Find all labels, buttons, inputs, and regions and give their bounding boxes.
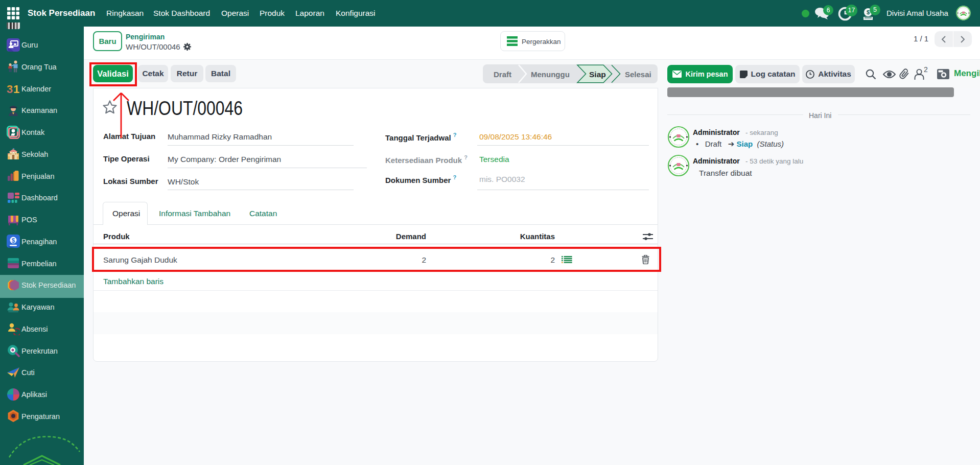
svg-text:$: $ [12,237,15,244]
svg-text:3: 3 [7,83,13,96]
svg-text:1: 1 [13,83,19,96]
